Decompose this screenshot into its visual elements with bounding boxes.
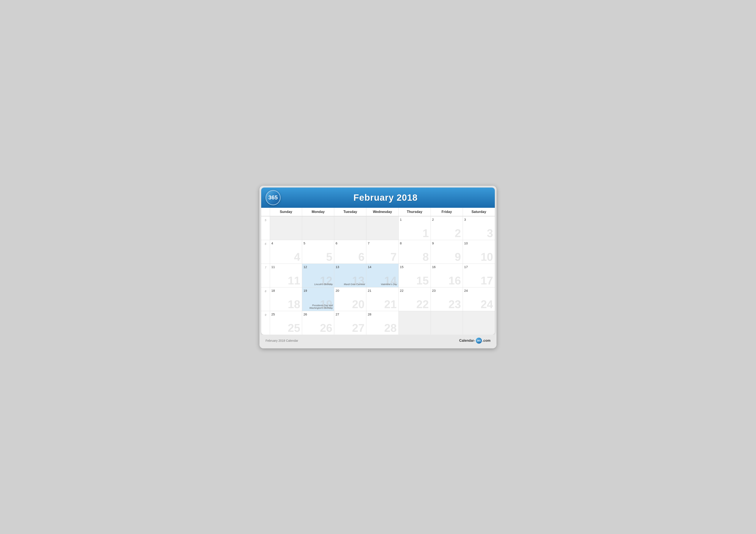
cell-date-number: 26 <box>304 313 333 316</box>
calendar-cell-13[interactable]: 1313Mardi Gras Carnival <box>334 264 366 287</box>
page-wrapper: 365 February 2018 Sunday Monday Tuesday … <box>259 186 497 348</box>
cell-watermark: 18 <box>288 299 300 310</box>
cell-date-number: 5 <box>304 242 333 245</box>
calendar-cell-empty[interactable] <box>366 216 398 240</box>
calendar-title: February 2018 <box>281 192 491 203</box>
calendar-cell-20[interactable]: 2020 <box>334 287 366 311</box>
cell-watermark: 9 <box>455 251 461 263</box>
day-header-wed: Wednesday <box>366 208 398 216</box>
calendar-cell-23[interactable]: 2323 <box>431 287 463 311</box>
cell-event: Lincoln's Birthday <box>314 283 333 286</box>
calendar-cell-8[interactable]: 88 <box>398 240 431 264</box>
cell-date-number: 25 <box>271 313 301 316</box>
calendar-cell-empty[interactable] <box>334 216 366 240</box>
cell-event: Presidents Day and Washington's Birthday <box>304 304 333 309</box>
footer-left-text: February 2018 Calendar <box>265 339 298 343</box>
day-headers: Sunday Monday Tuesday Wednesday Thursday… <box>261 208 495 216</box>
calendar-cell-25[interactable]: 2525 <box>270 311 302 335</box>
calendar-cell-15[interactable]: 1515 <box>398 264 431 287</box>
calendar-container: 365 February 2018 Sunday Monday Tuesday … <box>261 188 495 335</box>
calendar-cell-28[interactable]: 2828 <box>366 311 398 335</box>
day-header-thu: Thursday <box>398 208 431 216</box>
calendar-cell-1[interactable]: 11 <box>398 216 431 240</box>
cell-date-number: 15 <box>400 265 429 269</box>
calendar-cell-22[interactable]: 2222 <box>398 287 431 311</box>
calendar-cell-7[interactable]: 77 <box>366 240 398 264</box>
calendar-cell-4[interactable]: 44 <box>270 240 302 264</box>
calendar-cell-6[interactable]: 66 <box>334 240 366 264</box>
calendar-cell-empty[interactable] <box>398 311 431 335</box>
cell-watermark: 21 <box>384 299 397 310</box>
calendar-cell-2[interactable]: 22 <box>431 216 463 240</box>
cell-date-number: 10 <box>464 242 494 245</box>
cell-date-number: 3 <box>464 218 494 221</box>
logo-badge: 365 <box>265 190 281 205</box>
day-header-sun: Sunday <box>270 208 302 216</box>
cell-watermark: 24 <box>481 299 493 310</box>
cell-date-number: 22 <box>400 289 429 292</box>
calendar-cell-empty[interactable] <box>302 216 334 240</box>
footer-badge: 365 <box>476 338 482 343</box>
calendar-cell-9[interactable]: 99 <box>431 240 463 264</box>
calendar-cell-empty[interactable] <box>431 311 463 335</box>
cell-date-number: 8 <box>400 242 429 245</box>
cell-date-number: 14 <box>368 265 397 269</box>
cell-event: Valentine's Day <box>381 283 397 286</box>
cell-date-number: 17 <box>464 265 494 269</box>
footer: February 2018 Calendar Calendar- 365 .co… <box>261 335 495 347</box>
cell-watermark: 16 <box>448 275 461 286</box>
calendar-grid: 511223364455667788991010711111212Lincoln… <box>261 216 495 335</box>
week-number-5: 5 <box>261 216 270 240</box>
calendar-cell-21[interactable]: 2121 <box>366 287 398 311</box>
cell-date-number: 27 <box>336 313 365 316</box>
cell-date-number: 24 <box>464 289 494 292</box>
calendar-cell-3[interactable]: 33 <box>463 216 495 240</box>
calendar-cell-empty[interactable] <box>463 311 495 335</box>
calendar-cell-18[interactable]: 1818 <box>270 287 302 311</box>
cell-watermark: 3 <box>487 228 493 239</box>
calendar-cell-19[interactable]: 1919Presidents Day and Washington's Birt… <box>302 287 334 311</box>
cell-watermark: 17 <box>481 275 493 286</box>
cell-date-number: 1 <box>400 218 429 221</box>
week-number-8: 8 <box>261 287 270 311</box>
cell-event: Mardi Gras Carnival <box>344 283 365 286</box>
cell-watermark: 15 <box>417 275 429 286</box>
cell-watermark: 11 <box>288 275 300 286</box>
calendar-cell-11[interactable]: 1111 <box>270 264 302 287</box>
calendar-cell-10[interactable]: 1010 <box>463 240 495 264</box>
footer-right: Calendar- 365 .com <box>459 338 491 343</box>
day-header-sat: Saturday <box>463 208 495 216</box>
cell-date-number: 19 <box>304 289 333 292</box>
cell-watermark: 1 <box>422 228 429 239</box>
cell-watermark: 28 <box>384 322 397 334</box>
cell-watermark: 6 <box>358 251 364 263</box>
cell-date-number: 12 <box>304 265 333 269</box>
cell-watermark: 25 <box>288 322 300 334</box>
week-number-7: 7 <box>261 264 270 287</box>
cell-date-number: 23 <box>432 289 461 292</box>
cell-watermark: 10 <box>481 251 493 263</box>
cell-date-number: 2 <box>432 218 461 221</box>
cell-date-number: 28 <box>368 313 397 316</box>
calendar-cell-12[interactable]: 1212Lincoln's Birthday <box>302 264 334 287</box>
cell-watermark: 22 <box>417 299 429 310</box>
calendar-cell-16[interactable]: 1616 <box>431 264 463 287</box>
cell-watermark: 7 <box>391 251 397 263</box>
calendar-cell-27[interactable]: 2727 <box>334 311 366 335</box>
cell-date-number: 4 <box>271 242 301 245</box>
calendar-cell-14[interactable]: 1414Valentine's Day <box>366 264 398 287</box>
week-num-header <box>261 208 270 216</box>
cell-watermark: 26 <box>320 322 332 334</box>
calendar-cell-empty[interactable] <box>270 216 302 240</box>
calendar-cell-5[interactable]: 55 <box>302 240 334 264</box>
cell-date-number: 6 <box>336 242 365 245</box>
cell-date-number: 21 <box>368 289 397 292</box>
week-number-9: 9 <box>261 311 270 335</box>
day-header-tue: Tuesday <box>334 208 366 216</box>
calendar-cell-24[interactable]: 2424 <box>463 287 495 311</box>
calendar-cell-17[interactable]: 1717 <box>463 264 495 287</box>
week-number-6: 6 <box>261 240 270 264</box>
calendar-cell-26[interactable]: 2626 <box>302 311 334 335</box>
day-header-fri: Friday <box>431 208 463 216</box>
cell-date-number: 9 <box>432 242 461 245</box>
